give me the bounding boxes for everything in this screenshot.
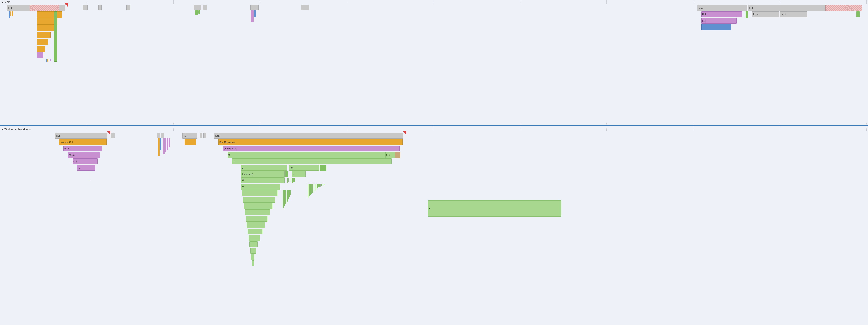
worker-v-sub-10[interactable]	[250, 248, 256, 254]
worker-v-sub-6[interactable]	[247, 222, 265, 228]
main-collapse-icon[interactable]	[1, 2, 3, 3]
main-green-block-1[interactable]	[54, 11, 57, 62]
main-lat-block[interactable]: La...t	[780, 11, 807, 17]
worker-v-sub-11[interactable]	[251, 254, 254, 260]
section-divider-main	[0, 125, 868, 126]
worker-task-1[interactable]: Task	[55, 133, 107, 139]
worker-w-sub-5	[292, 178, 292, 183]
main-tiny-orange-2	[12, 11, 13, 16]
main-small-block-2[interactable]	[98, 5, 102, 10]
main-task-hatched-1[interactable]	[30, 5, 59, 11]
worker-ft[interactable]: ft	[227, 152, 396, 158]
worker-right-bar-10	[318, 184, 319, 187]
main-tiny-orange-v1	[48, 59, 48, 62]
worker-right-bar-13	[321, 184, 322, 186]
main-small-block-mid-2[interactable]	[203, 5, 207, 10]
worker-w-sub-1	[287, 178, 288, 183]
main-green-mid-2	[198, 10, 200, 14]
worker-z[interactable]: z	[241, 165, 287, 171]
worker-o[interactable]: o	[292, 171, 306, 177]
worker-anonymous[interactable]: (anonymous)	[223, 146, 400, 151]
main-blue-right-1	[254, 10, 256, 17]
worker-e[interactable]: _e	[289, 165, 319, 171]
main-orange-block-5[interactable]	[37, 39, 48, 45]
main-small-block-right-1[interactable]	[250, 5, 258, 10]
main-small-block-1[interactable]	[83, 5, 88, 10]
worker-collapse-icon[interactable]	[1, 129, 3, 130]
main-section-header: Main	[0, 0, 12, 4]
main-orange-block-3[interactable]	[37, 25, 54, 31]
worker-right-bar-15	[324, 184, 324, 185]
worker-v-sub-12[interactable]	[252, 261, 254, 266]
main-tiny-blue-v1	[45, 59, 46, 62]
worker-right-bar-7	[315, 184, 315, 191]
worker-function-call[interactable]: Function Call	[59, 139, 107, 145]
main-purple-block-1[interactable]	[37, 52, 43, 58]
worker-lt[interactable]: lt	[232, 158, 392, 164]
worker-run-microtasks[interactable]: Run Microtasks	[218, 139, 403, 145]
main-task-far-right-1[interactable]: Task	[697, 5, 747, 11]
worker-green-cascade-6	[289, 190, 290, 197]
worker-section-header: Worker: exif-worker.js	[0, 127, 32, 131]
worker-right-bar-11	[319, 184, 320, 187]
worker-v-sub-4[interactable]	[245, 209, 270, 215]
worker-v-sub-3[interactable]	[244, 203, 273, 209]
worker-small-t-sub-1[interactable]	[200, 133, 203, 138]
worker-green-cascade-5	[288, 190, 289, 199]
main-orange-block-1[interactable]	[37, 11, 62, 18]
worker-purple-mid-3	[167, 138, 168, 150]
worker-dots[interactable]: (...)	[72, 158, 98, 164]
main-dots-block[interactable]: (...)	[701, 18, 737, 24]
worker-v[interactable]: V	[241, 184, 280, 190]
worker-v-sub-9[interactable]	[249, 241, 258, 247]
worker-orange-mid-1	[158, 138, 160, 156]
main-tiny-purple-v1	[50, 59, 51, 61]
timeline-container: Main Task	[0, 0, 868, 325]
worker-ft-dots[interactable]: (...)	[385, 152, 395, 158]
worker-f[interactable]: f...	[77, 165, 95, 171]
worker-tan-block	[395, 152, 400, 158]
main-fi-block[interactable]: F...I	[701, 11, 742, 17]
worker-anoous[interactable]: (ano...ous)	[241, 171, 284, 177]
main-blue-sub-block[interactable]	[701, 24, 731, 30]
worker-it-block[interactable]: It	[428, 201, 561, 217]
main-re-block[interactable]: R...e	[752, 11, 779, 17]
worker-task-large[interactable]: Task	[214, 133, 403, 139]
worker-w-sub-3	[289, 178, 290, 182]
worker-v-sub-5[interactable]	[246, 216, 268, 222]
worker-w-sub-4	[291, 178, 291, 181]
main-tiny-orange-1	[10, 11, 11, 16]
main-green-mid-1	[195, 10, 198, 14]
worker-small-3	[161, 133, 164, 138]
worker-t-block[interactable]: T...	[182, 133, 197, 139]
worker-small-1[interactable]	[111, 133, 115, 138]
worker-right-bar-4	[311, 184, 312, 194]
main-small-block-3[interactable]	[126, 5, 130, 10]
worker-right-bar-1	[308, 184, 309, 198]
worker-a-s[interactable]: (a...s)	[63, 146, 102, 151]
worker-v-sub-1[interactable]	[242, 190, 277, 196]
worker-v-sub-7[interactable]	[248, 229, 262, 234]
worker-section-label: Worker: exif-worker.js	[4, 128, 31, 131]
main-purple-right-1	[251, 10, 253, 22]
main-small-block-mid-1[interactable]	[194, 5, 201, 10]
worker-right-bar-8	[316, 184, 316, 189]
worker-small-2	[157, 133, 160, 138]
worker-it-label: It	[429, 207, 431, 210]
main-small-block-right-2[interactable]	[301, 5, 309, 10]
worker-track-area	[0, 131, 868, 325]
main-task-hatched-2[interactable]	[825, 5, 862, 11]
main-orange-block-6[interactable]	[37, 46, 45, 52]
worker-w-sub-6	[293, 178, 294, 182]
worker-w[interactable]: W	[241, 177, 284, 183]
worker-small-t-sub-2[interactable]	[204, 133, 206, 138]
main-orange-block-4[interactable]	[37, 32, 51, 38]
main-section-label: Main	[4, 0, 10, 4]
worker-ge-e[interactable]: ge...e	[68, 152, 100, 158]
worker-w-sub-7	[294, 178, 295, 182]
worker-right-bar-12	[320, 184, 321, 186]
worker-right-bar-9	[317, 184, 318, 188]
worker-v-sub-2[interactable]	[243, 197, 275, 203]
worker-v-sub-8[interactable]	[249, 235, 260, 241]
main-task-overflow-indicator	[64, 3, 68, 7]
